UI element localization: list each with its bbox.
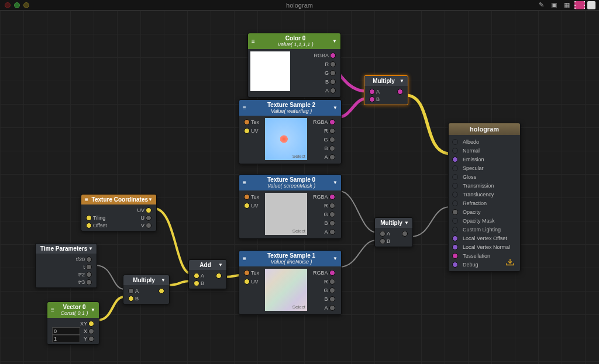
chevron-down-icon[interactable]: ▼ [333, 256, 338, 261]
output-row-translucency[interactable]: Translucency [451, 190, 518, 199]
node-tex0[interactable]: ≡ Texture Sample 0Value( screenMask ) ▼ … [239, 174, 342, 239]
output-port[interactable] [452, 235, 458, 241]
tex1-preview[interactable]: Select [265, 269, 307, 311]
output-row-gloss[interactable]: Gloss [451, 172, 518, 181]
close-window-icon[interactable] [5, 2, 11, 8]
port-b[interactable] [369, 96, 375, 102]
port-rgba[interactable] [329, 194, 335, 200]
port-t2[interactable] [86, 272, 92, 278]
node-texcoord-header[interactable]: ≡ Texture Coordinates ▼ [81, 195, 156, 204]
node-time[interactable]: Time Parameters ▼ t/20 t t*2 t*3 [35, 243, 97, 288]
port-tex[interactable] [244, 194, 250, 200]
layout-icon[interactable]: ▣ [549, 1, 559, 9]
port-g[interactable] [329, 287, 335, 293]
output-port[interactable] [452, 209, 458, 215]
output-port[interactable] [452, 262, 458, 268]
node-time-header[interactable]: Time Parameters ▼ [36, 244, 97, 254]
port-offset[interactable] [86, 223, 92, 228]
minimize-window-icon[interactable] [14, 2, 20, 8]
hamburger-icon[interactable]: ≡ [51, 307, 58, 313]
port-g[interactable] [330, 70, 336, 76]
port-xy[interactable] [88, 321, 94, 327]
vector0-y-input[interactable] [52, 335, 80, 342]
node-tex1-header[interactable]: ≡ Texture Sample 1Value( lineNoise ) ▼ [239, 251, 341, 266]
output-port[interactable] [452, 157, 458, 162]
output-port[interactable] [452, 192, 458, 197]
port-a[interactable] [329, 305, 335, 311]
port-b[interactable] [329, 296, 335, 302]
port-b[interactable] [128, 296, 134, 301]
port-uv[interactable] [244, 203, 250, 209]
zoom-window-icon[interactable] [23, 2, 29, 8]
port-tex[interactable] [244, 270, 250, 276]
node-multiply-3-header[interactable]: Multiply ▼ [123, 275, 169, 285]
chevron-down-icon[interactable]: ▼ [333, 105, 338, 110]
output-port[interactable] [452, 148, 458, 154]
output-row-normal[interactable]: Normal [451, 146, 518, 155]
port-t3[interactable] [86, 279, 92, 285]
port-a[interactable] [128, 288, 134, 294]
output-port[interactable] [452, 200, 458, 206]
node-vector0-header[interactable]: ≡ Vector 0Const( 0,1 ) ▼ [47, 302, 99, 318]
port-b[interactable] [329, 220, 335, 226]
port-t[interactable] [86, 264, 92, 270]
port-tex[interactable] [244, 119, 250, 125]
chevron-down-icon[interactable]: ▼ [400, 78, 404, 84]
chevron-down-icon[interactable]: ▼ [333, 180, 338, 185]
output-row-refraction[interactable]: Refraction [451, 199, 518, 207]
node-add[interactable]: Add ▼ A B [188, 259, 227, 289]
node-output-master[interactable]: hologram AlbedoNormalEmissionSpecularGlo… [448, 123, 521, 272]
node-texcoord[interactable]: ≡ Texture Coordinates ▼ UV Tiling U Offs… [81, 194, 157, 231]
vector0-x-input[interactable] [52, 327, 80, 335]
maximize-icon[interactable] [587, 1, 595, 9]
hamburger-icon[interactable]: ≡ [243, 255, 250, 262]
output-row-local-vertex-normal[interactable]: Local Vertex Normal [451, 242, 518, 251]
output-row-opacity[interactable]: Opacity [451, 207, 518, 216]
chevron-down-icon[interactable]: ▼ [91, 307, 95, 313]
output-port[interactable] [452, 183, 458, 189]
tex0-preview[interactable]: Select [265, 193, 307, 235]
port-a[interactable] [329, 154, 335, 160]
node-color0[interactable]: ≡ Color 0Value( 1,1,1,1 ) ▼ RGBA R G B A [247, 33, 341, 98]
port-r[interactable] [329, 128, 335, 134]
output-row-albedo[interactable]: Albedo [451, 137, 518, 146]
node-multiply-2-header[interactable]: Multiply ▼ [375, 218, 412, 228]
node-graph-canvas[interactable]: ≡ Color 0Value( 1,1,1,1 ) ▼ RGBA R G B A… [0, 11, 599, 364]
chevron-down-icon[interactable]: ▼ [88, 246, 93, 251]
port-b[interactable] [330, 79, 336, 85]
port-a[interactable] [369, 89, 375, 95]
output-port[interactable] [452, 218, 458, 224]
save-icon[interactable] [504, 257, 517, 268]
port-out[interactable] [216, 273, 222, 279]
node-tex0-header[interactable]: ≡ Texture Sample 0Value( screenMask ) ▼ [239, 175, 341, 190]
port-a[interactable] [330, 88, 336, 93]
node-tex1[interactable]: ≡ Texture Sample 1Value( lineNoise ) ▼ T… [239, 250, 342, 315]
tex2-preview[interactable]: Select [265, 118, 307, 160]
port-r[interactable] [330, 61, 336, 67]
output-port[interactable] [452, 227, 458, 233]
port-v[interactable] [146, 223, 152, 228]
port-rgba[interactable] [330, 53, 336, 58]
chevron-down-icon[interactable]: ▼ [161, 278, 166, 283]
port-uv[interactable] [244, 128, 250, 134]
node-color0-header[interactable]: ≡ Color 0Value( 1,1,1,1 ) ▼ [248, 33, 340, 49]
output-row-local-vertex-offset[interactable]: Local Vertex Offset [451, 234, 518, 242]
port-a[interactable] [194, 273, 199, 279]
port-uv[interactable] [244, 279, 250, 285]
output-row-custom-lighting[interactable]: Custom Lighting [451, 225, 518, 234]
port-a[interactable] [380, 231, 385, 237]
output-row-transmission[interactable]: Transmission [451, 181, 518, 190]
port-u[interactable] [146, 215, 152, 221]
port-out[interactable] [159, 288, 164, 294]
port-tiling[interactable] [86, 215, 92, 221]
port-r[interactable] [329, 279, 335, 285]
node-multiply-1-header[interactable]: Multiply ▼ [364, 76, 408, 86]
output-port[interactable] [452, 244, 458, 250]
port-b[interactable] [380, 238, 385, 244]
node-multiply-2[interactable]: Multiply ▼ A B [374, 217, 413, 247]
node-tex2[interactable]: ≡ Texture Sample 2Value( waterflag ) ▼ T… [239, 99, 342, 164]
node-add-header[interactable]: Add ▼ [189, 260, 226, 270]
port-out[interactable] [397, 89, 403, 95]
hamburger-icon[interactable]: ≡ [252, 38, 259, 44]
port-r[interactable] [329, 203, 335, 209]
